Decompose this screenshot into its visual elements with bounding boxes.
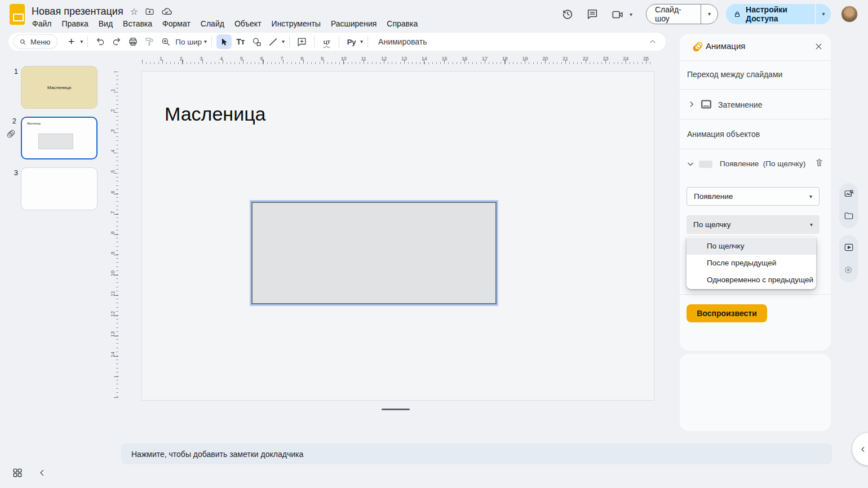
- selected-shape[interactable]: [251, 202, 497, 304]
- trigger-option[interactable]: Одновременно с предыдущей: [687, 272, 816, 289]
- toolbar-divider: [289, 36, 290, 47]
- ruler-number: 16: [462, 56, 467, 61]
- animate-button[interactable]: Анимировать: [373, 37, 432, 46]
- ruler-number: 6: [110, 189, 116, 196]
- slide-thumbnail-3[interactable]: [21, 167, 98, 210]
- speaker-notes[interactable]: Нажмите, чтобы добавить заметки докладчи…: [121, 443, 832, 464]
- undo-button[interactable]: [92, 34, 108, 49]
- trigger-select[interactable]: По щелчку ▾: [687, 215, 820, 234]
- format-options-button[interactable]: Ру: [344, 34, 359, 49]
- meet-camera-icon[interactable]: [612, 8, 624, 21]
- ruler-number: 8: [110, 229, 116, 236]
- divider: [680, 149, 831, 149]
- slides-app: Новая презентация ☆ ФайлПравкаВидВставка…: [0, 0, 868, 488]
- ruler-number: 5: [110, 168, 116, 175]
- ruler-number: 15: [442, 56, 448, 61]
- record-icon[interactable]: [844, 265, 853, 274]
- version-history-icon[interactable]: [561, 8, 574, 20]
- ruler-number: 5: [240, 56, 243, 61]
- grid-view-icon[interactable]: [12, 467, 23, 478]
- toolbar-divider: [211, 36, 212, 47]
- ruler-number: 12: [110, 310, 116, 317]
- hide-side-rail-button[interactable]: [852, 433, 868, 465]
- collapse-filmstrip-icon[interactable]: [38, 468, 47, 477]
- share-dropdown-button[interactable]: ▾: [816, 4, 831, 24]
- ruler-number: 6: [260, 56, 263, 61]
- divider: [680, 294, 831, 295]
- animation-item-label[interactable]: Появление (По щелчку): [720, 159, 805, 168]
- toolbar-collapse-icon[interactable]: [649, 38, 657, 46]
- divider: [680, 60, 831, 61]
- zoom-fit-select[interactable]: По шир: [174, 38, 203, 46]
- redo-button[interactable]: [109, 34, 124, 49]
- zoom-fit-dropdown-icon[interactable]: ▾: [204, 39, 207, 45]
- ruler-number: 3: [110, 127, 116, 134]
- ruler-number: 24: [623, 56, 628, 61]
- vertical-ruler: 1234567891011121314: [110, 72, 118, 400]
- account-avatar[interactable]: [841, 6, 858, 23]
- divider: [680, 89, 831, 90]
- insert-comment-button[interactable]: [294, 34, 309, 49]
- slideshow-button[interactable]: Слайд-шоу: [646, 5, 701, 24]
- share-button[interactable]: Настройки Доступа: [726, 4, 815, 24]
- ruler-number: 12: [381, 56, 387, 61]
- divider: [680, 119, 831, 119]
- ruler-number: 4: [220, 56, 223, 61]
- video-play-icon[interactable]: [844, 242, 854, 252]
- ruler-number: 2: [110, 107, 116, 114]
- effect-type-select[interactable]: Появление ▾: [687, 187, 820, 206]
- select-tool-button[interactable]: [216, 34, 232, 49]
- new-slide-button[interactable]: +: [64, 34, 79, 49]
- select-caret-icon: ▾: [809, 194, 812, 199]
- notes-resize-handle[interactable]: [382, 409, 410, 410]
- ruler-number: 7: [110, 209, 116, 216]
- expand-transition-icon[interactable]: [688, 100, 696, 108]
- insert-image-icon[interactable]: [844, 189, 854, 199]
- collapse-animation-item-icon[interactable]: [687, 160, 694, 168]
- print-button[interactable]: [125, 34, 140, 49]
- ruler-number: 8: [300, 56, 303, 61]
- ruler-number: 25: [643, 56, 649, 61]
- format-options-dropdown-icon[interactable]: ▾: [360, 39, 363, 45]
- slide-thumbnail-1[interactable]: Масленица: [21, 66, 98, 109]
- transition-section-label: Переход между слайдами: [687, 70, 782, 79]
- slide-animations-badge-icon: [6, 128, 16, 139]
- play-animations-button[interactable]: Воспроизвести: [687, 304, 767, 322]
- folder-icon[interactable]: [844, 211, 854, 221]
- select-caret-icon: ▾: [810, 222, 813, 228]
- ruler-number: 19: [522, 56, 528, 61]
- toolbar-menu-search[interactable]: Меню: [14, 35, 57, 48]
- transition-name[interactable]: Затемнение: [718, 100, 762, 109]
- spellcheck-button[interactable]: ЦТ: [319, 34, 334, 49]
- slide-thumbnail-2-selected[interactable]: Масленица: [21, 117, 98, 159]
- paint-format-button[interactable]: [141, 34, 157, 49]
- text-box-button[interactable]: Тт: [233, 34, 248, 49]
- trigger-option[interactable]: После предыдущей: [687, 255, 816, 272]
- slideshow-button-group: Слайд-шоу ▾: [646, 4, 718, 24]
- ruler-number: 1: [110, 87, 116, 94]
- close-panel-icon[interactable]: [814, 42, 823, 51]
- zoom-button[interactable]: [158, 34, 173, 49]
- line-tool-dropdown-icon[interactable]: ▾: [282, 39, 285, 45]
- new-slide-dropdown-icon[interactable]: ▾: [80, 39, 83, 45]
- ruler-number: 10: [110, 270, 116, 277]
- slide-canvas[interactable]: Масленица: [142, 72, 654, 400]
- ruler-number: 17: [482, 56, 488, 61]
- ruler-number: 7: [281, 56, 284, 61]
- ruler-number: 14: [422, 56, 427, 61]
- line-tool-button[interactable]: [265, 34, 281, 49]
- objects-section-label: Анимация объектов: [687, 130, 760, 139]
- meet-dropdown-icon[interactable]: ▾: [630, 12, 632, 17]
- ruler-number: 13: [401, 56, 407, 61]
- secondary-panel-card: [680, 354, 831, 431]
- ruler-number: 14: [110, 351, 116, 358]
- comments-icon[interactable]: [586, 8, 599, 20]
- slide-title-text[interactable]: Масленица: [165, 103, 266, 125]
- slideshow-dropdown-button[interactable]: ▾: [701, 5, 718, 24]
- animation-panel: Анимация Переход между слайдами Затемнен…: [680, 34, 831, 351]
- ruler-number: 20: [542, 56, 548, 61]
- delete-animation-icon[interactable]: [814, 158, 824, 167]
- shape-tool-button[interactable]: [249, 34, 264, 49]
- trigger-option[interactable]: По щелчку: [687, 238, 816, 255]
- ruler-number: 10: [341, 56, 347, 61]
